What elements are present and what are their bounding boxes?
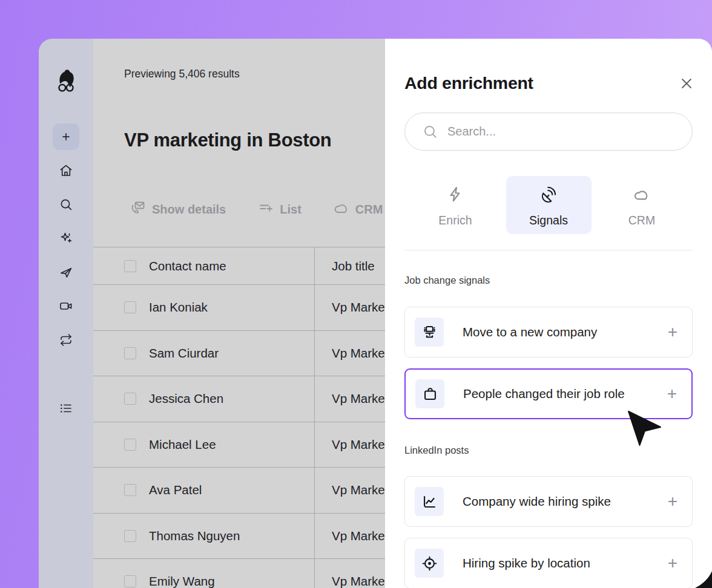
home-icon[interactable] xyxy=(59,163,73,178)
divider xyxy=(404,250,693,250)
add-signal-icon[interactable]: + xyxy=(667,385,677,402)
tab-crm[interactable]: CRM xyxy=(599,176,685,234)
row-checkbox[interactable] xyxy=(124,439,136,451)
list-plus-icon xyxy=(257,200,274,220)
list-label: List xyxy=(280,203,302,217)
enrichment-search[interactable] xyxy=(404,113,693,151)
sync-icon[interactable] xyxy=(59,333,73,347)
add-signal-icon[interactable]: + xyxy=(668,555,677,572)
signal-card-hiring-spike[interactable]: Company wide hiring spike + xyxy=(404,476,693,527)
section-label-linkedin: LinkedIn posts xyxy=(404,445,469,456)
select-all-checkbox[interactable] xyxy=(124,260,136,272)
tab-enrich[interactable]: Enrich xyxy=(413,176,498,234)
send-icon[interactable] xyxy=(59,265,73,279)
lightning-icon xyxy=(446,185,464,206)
line-chart-icon xyxy=(415,487,444,516)
column-header-contact[interactable]: Contact name xyxy=(149,259,226,273)
contact-name: Thomas Nguyen xyxy=(149,529,240,543)
table-toolbar: Show details List CRM xyxy=(130,200,383,220)
signal-label: Move to a new company xyxy=(463,325,668,339)
contact-name: Ian Koniak xyxy=(149,300,208,315)
table-row[interactable]: Jessica Chen Vp Marketing xyxy=(93,376,385,422)
job-title: Vp Marketing xyxy=(314,468,385,513)
search-input[interactable] xyxy=(447,125,665,139)
tab-label: Enrich xyxy=(438,214,472,227)
table-row[interactable]: Sam Ciurdar Vp Marketing xyxy=(93,330,385,376)
cloud-icon xyxy=(333,200,350,220)
mouse-cursor xyxy=(627,410,662,446)
app-window: + xyxy=(39,39,712,588)
sidebar: + xyxy=(39,39,93,588)
enrichment-tabs: Enrich Signals CRM xyxy=(404,176,693,234)
show-details-label: Show details xyxy=(152,203,226,217)
job-title: Vp Marketing xyxy=(314,559,385,588)
signal-card-move-company[interactable]: Move to a new company + xyxy=(404,307,693,358)
list-button[interactable]: List xyxy=(257,200,302,220)
panel-title: Add enrichment xyxy=(404,73,533,93)
job-title: Vp Marketing xyxy=(314,376,385,422)
job-title: Vp Marketing xyxy=(314,331,385,376)
tab-label: CRM xyxy=(628,214,655,227)
row-checkbox[interactable] xyxy=(124,301,136,313)
radar-icon xyxy=(539,185,558,206)
page-title: VP marketing in Boston xyxy=(124,129,332,151)
table-row[interactable]: Ava Patel Vp Marketing xyxy=(93,467,385,513)
table-header-row: Contact name Job title xyxy=(93,247,385,284)
table-row[interactable]: Emily Wang Vp Marketing xyxy=(93,558,385,588)
crm-label: CRM xyxy=(355,203,383,217)
close-icon[interactable] xyxy=(679,76,694,91)
signal-label: Hiring spike by location xyxy=(463,556,668,570)
row-checkbox[interactable] xyxy=(124,575,136,587)
contacts-table: Contact name Job title Ian Koniak Vp Mar… xyxy=(93,247,385,588)
show-details-button[interactable]: Show details xyxy=(130,200,226,220)
column-header-job[interactable]: Job title xyxy=(314,247,385,284)
add-signal-icon[interactable]: + xyxy=(668,324,677,341)
contact-name: Jessica Chen xyxy=(149,391,223,406)
section-label-job-change: Job change signals xyxy=(404,275,490,286)
search-icon[interactable] xyxy=(59,197,73,212)
contact-details-icon xyxy=(130,200,147,220)
table-row[interactable]: Thomas Nguyen Vp Marketing xyxy=(93,513,385,559)
row-checkbox[interactable] xyxy=(124,530,136,542)
job-title: Vp Marketing xyxy=(314,285,385,330)
cloud-icon xyxy=(633,185,651,206)
contact-name: Emily Wang xyxy=(149,574,215,588)
table-row[interactable]: Michael Lee Vp Marketing xyxy=(93,422,385,468)
row-checkbox[interactable] xyxy=(124,393,136,405)
job-title: Vp Marketing xyxy=(314,422,385,468)
contact-name: Michael Lee xyxy=(149,437,216,452)
list-icon[interactable] xyxy=(59,401,73,416)
table-view: Previewing 5,406 results VP marketing in… xyxy=(93,39,385,588)
row-checkbox[interactable] xyxy=(124,484,136,496)
tab-label: Signals xyxy=(529,214,568,227)
briefcase-icon xyxy=(415,379,444,408)
results-count: Previewing 5,406 results xyxy=(124,68,240,80)
add-table-button[interactable]: + xyxy=(53,123,79,150)
search-icon xyxy=(422,123,438,140)
job-title: Vp Marketing xyxy=(314,514,385,559)
target-icon xyxy=(415,549,444,578)
office-chair-icon xyxy=(415,318,444,347)
add-enrichment-panel: Add enrichment Enrich xyxy=(385,39,712,588)
table-row[interactable]: Ian Koniak Vp Marketing xyxy=(93,284,385,330)
contact-name: Sam Ciurdar xyxy=(149,346,219,361)
signal-label: Company wide hiring spike xyxy=(463,494,668,509)
signal-label: People changed their job role xyxy=(463,387,667,401)
sparkles-icon[interactable] xyxy=(59,231,73,246)
user-avatar[interactable] xyxy=(52,68,80,96)
add-signal-icon[interactable]: + xyxy=(668,493,677,510)
video-icon[interactable] xyxy=(59,299,73,313)
contact-name: Ava Patel xyxy=(149,483,202,497)
plus-icon: + xyxy=(62,129,70,145)
corner-cursor-fragment xyxy=(694,571,712,588)
row-checkbox[interactable] xyxy=(124,347,136,359)
signal-card-hiring-location[interactable]: Hiring spike by location + xyxy=(404,538,693,588)
crm-button[interactable]: CRM xyxy=(333,200,383,220)
tab-signals[interactable]: Signals xyxy=(506,176,592,234)
